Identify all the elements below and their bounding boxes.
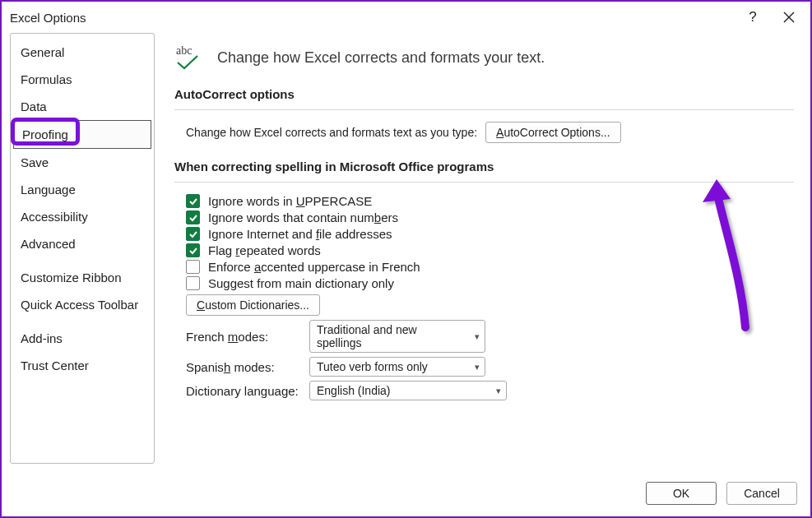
sidebar-item-label: Proofing xyxy=(22,127,68,141)
dialog-body: General Formulas Data Proofing Save Lang… xyxy=(2,33,810,464)
chevron-down-icon: ▾ xyxy=(496,386,501,396)
window-title: Excel Options xyxy=(10,11,86,25)
sidebar-item-quick-access-toolbar[interactable]: Quick Access Toolbar xyxy=(12,291,152,318)
dictionary-language-label: Dictionary language: xyxy=(186,384,309,398)
sidebar-item-general[interactable]: General xyxy=(12,39,152,66)
checkbox[interactable] xyxy=(186,276,200,290)
proofing-icon: abc xyxy=(174,43,204,72)
checkbox[interactable] xyxy=(186,227,200,241)
checkbox-label: Suggest from main dictionary only xyxy=(208,276,394,290)
spanish-modes-label: Spanish modes: xyxy=(186,360,309,374)
sidebar-item-language[interactable]: Language xyxy=(12,176,152,203)
section-divider xyxy=(174,182,794,183)
autocorrect-row: Change how Excel corrects and formats te… xyxy=(186,122,794,143)
help-button[interactable]: ? xyxy=(735,3,771,31)
custom-dictionaries-button[interactable]: Custom Dictionaries... xyxy=(186,294,320,316)
checkbox-suggest-main-dict: Suggest from main dictionary only xyxy=(186,276,794,290)
french-modes-row: French modes: Traditional and new spelli… xyxy=(186,320,794,353)
sidebar-item-accessibility[interactable]: Accessibility xyxy=(12,203,152,230)
ok-button[interactable]: OK xyxy=(646,482,717,505)
checkbox-label: Enforce accented uppercase in French xyxy=(208,260,420,274)
autocorrect-options-button[interactable]: AutoCorrect Options... xyxy=(485,122,621,143)
spanish-modes-select[interactable]: Tuteo verb forms only▾ xyxy=(309,357,485,377)
spanish-modes-row: Spanish modes: Tuteo verb forms only▾ xyxy=(186,357,794,377)
page-header-text: Change how Excel corrects and formats yo… xyxy=(217,49,545,67)
dictionary-language-row: Dictionary language: English (India)▾ xyxy=(186,381,794,400)
checkbox-label: Ignore words in UPPERCASE xyxy=(208,194,372,208)
dictionary-language-select[interactable]: English (India)▾ xyxy=(309,381,507,400)
sidebar-item-customize-ribbon[interactable]: Customize Ribbon xyxy=(12,264,152,291)
checkbox[interactable] xyxy=(186,243,200,257)
section-divider xyxy=(174,109,794,110)
checkbox[interactable] xyxy=(186,210,200,224)
french-modes-select[interactable]: Traditional and new spellings▾ xyxy=(309,320,485,353)
options-sidebar: General Formulas Data Proofing Save Lang… xyxy=(10,33,155,464)
sidebar-item-save[interactable]: Save xyxy=(12,149,152,176)
page-header: abc Change how Excel corrects and format… xyxy=(174,43,794,72)
checkbox-enforce-accented: Enforce accented uppercase in French xyxy=(186,260,794,274)
french-modes-label: French modes: xyxy=(186,330,309,344)
sidebar-item-proofing[interactable]: Proofing xyxy=(13,120,151,149)
title-actions: ? xyxy=(735,3,807,31)
svg-text:abc: abc xyxy=(176,44,192,57)
checkbox[interactable] xyxy=(186,260,200,274)
checkbox-flag-repeated: Flag repeated words xyxy=(186,243,794,257)
cancel-button[interactable]: Cancel xyxy=(726,482,797,505)
sidebar-item-formulas[interactable]: Formulas xyxy=(12,66,152,93)
chevron-down-icon: ▾ xyxy=(475,362,480,372)
titlebar: Excel Options ? xyxy=(2,2,810,33)
checkbox-ignore-internet: Ignore Internet and file addresses xyxy=(186,227,794,241)
checkbox-ignore-numbers: Ignore words that contain numbers xyxy=(186,210,794,224)
sidebar-item-trust-center[interactable]: Trust Center xyxy=(12,352,152,379)
checkbox-label: Ignore words that contain numbers xyxy=(208,210,398,224)
options-content: abc Change how Excel corrects and format… xyxy=(155,33,802,464)
sidebar-item-data[interactable]: Data xyxy=(12,93,152,120)
dialog-footer: OK Cancel xyxy=(646,482,797,505)
checkbox-label: Ignore Internet and file addresses xyxy=(208,227,392,241)
sidebar-item-add-ins[interactable]: Add-ins xyxy=(12,325,152,352)
autocorrect-help-text: Change how Excel corrects and formats te… xyxy=(186,126,477,139)
checkbox[interactable] xyxy=(186,194,200,208)
excel-options-dialog: Excel Options ? General Formulas Data Pr… xyxy=(0,0,812,518)
close-button[interactable] xyxy=(771,3,807,31)
checkbox-label: Flag repeated words xyxy=(208,243,321,257)
sidebar-item-advanced[interactable]: Advanced xyxy=(12,230,152,257)
close-icon xyxy=(783,12,795,23)
checkbox-ignore-uppercase: Ignore words in UPPERCASE xyxy=(186,194,794,208)
chevron-down-icon: ▾ xyxy=(475,331,480,342)
section-spelling-title: When correcting spelling in Microsoft Of… xyxy=(174,160,794,173)
section-autocorrect-title: AutoCorrect options xyxy=(174,87,794,101)
